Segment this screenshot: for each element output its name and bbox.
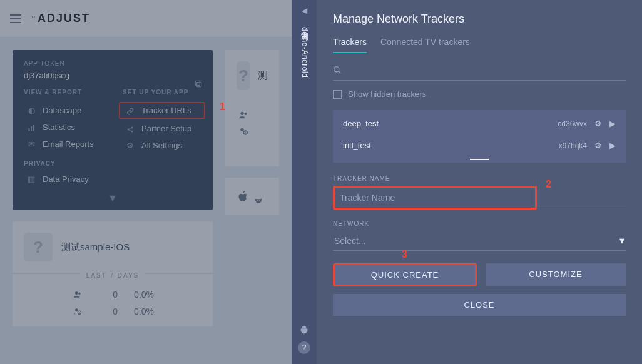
rail-collapse-icon[interactable]: ◀: [302, 6, 307, 15]
mask-icon: [254, 195, 263, 206]
logo: ○ADJUST: [33, 12, 90, 25]
tab-ctv[interactable]: Connected TV trackers: [380, 37, 470, 53]
network-label: NETWORK: [333, 220, 626, 227]
svg-line-21: [339, 71, 341, 74]
view-report-label: VIEW & REPORT: [24, 89, 103, 96]
drag-handle-icon[interactable]: [470, 159, 489, 160]
menu-statistics[interactable]: Statistics: [24, 119, 103, 136]
set-up-label: SET UP YOUR APP: [123, 89, 201, 96]
app-icon: ?: [237, 61, 250, 90]
checkbox-icon: [333, 90, 342, 99]
quick-create-button[interactable]: QUICK CREATE: [333, 263, 477, 286]
search-icon: [333, 64, 342, 74]
hamburger-icon[interactable]: [10, 14, 21, 23]
stat-users: 0: [93, 290, 118, 300]
network-select[interactable]: Select... ▾: [333, 231, 626, 251]
tracker-token: cd36wvx: [547, 119, 587, 128]
main-area: APP TOKEN dj37ati0qscg VIEW & REPORT ◐Da…: [0, 38, 292, 364]
svg-point-18: [257, 200, 258, 200]
ios-app-card[interactable]: ? 测试sample-IOS LAST 7 DAYS 0 0.0%: [13, 221, 213, 326]
cut-app-name: 测: [258, 69, 268, 83]
last7-label: LAST 7 DAYS: [80, 272, 145, 279]
chevron-right-icon[interactable]: ▶: [609, 141, 616, 150]
svg-point-5: [128, 128, 130, 130]
gear-icon: ⚙: [125, 141, 135, 150]
menu-data-privacy[interactable]: ▥Data Privacy: [24, 171, 201, 188]
cut-app-card[interactable]: ? 测 $: [225, 50, 279, 166]
app-name: 测试sample-IOS: [61, 241, 130, 253]
tracker-name: deep_test: [343, 119, 539, 128]
svg-rect-1: [195, 81, 200, 85]
privacy-icon: ▥: [26, 174, 36, 184]
menu-datascape[interactable]: ◐Datascape: [24, 102, 103, 119]
svg-point-15: [240, 128, 243, 131]
chevron-down-icon[interactable]: ▼: [24, 193, 201, 204]
show-hidden-label: Show hidden trackers: [348, 89, 426, 99]
app-panel: APP TOKEN dj37ati0qscg VIEW & REPORT ◐Da…: [13, 50, 213, 210]
app-icon: ?: [24, 233, 53, 261]
customize-button[interactable]: CUSTOMIZE: [486, 263, 626, 286]
tracker-token: x97hqk4: [547, 141, 587, 150]
svg-point-13: [240, 111, 243, 114]
left-pane: ○ADJUST APP TOKEN dj37ati0qscg VIEW & RE…: [0, 0, 292, 364]
menu-email-reports[interactable]: ✉Email Reports: [24, 136, 103, 153]
tracker-list: deep_test cd36wvx ⚙ ▶ intl_test x97hqk4 …: [333, 110, 626, 163]
tracker-name: intl_test: [343, 141, 539, 150]
tracker-name-field-highlight: [333, 186, 537, 210]
svg-rect-2: [29, 128, 30, 131]
rail-app-name: 测试demo-Android: [299, 26, 310, 78]
share-icon: [125, 124, 135, 133]
caret-down-icon: ▾: [619, 235, 624, 246]
search-input[interactable]: [333, 63, 626, 81]
users-icon: [71, 288, 84, 301]
right-body: Manage Network Trackers Trackers Connect…: [317, 0, 642, 364]
network-value: Select...: [334, 236, 619, 246]
tracker-row[interactable]: intl_test x97hqk4 ⚙ ▶: [333, 134, 626, 156]
menu-tracker-urls[interactable]: Tracker URLs: [119, 102, 205, 119]
side-rail: ◀ 测试demo-Android ?: [292, 0, 317, 364]
help-icon[interactable]: ?: [298, 341, 310, 354]
svg-point-10: [75, 309, 78, 312]
svg-point-6: [131, 126, 133, 128]
stat-revenue-pct: 0.0%: [126, 306, 154, 316]
close-button[interactable]: CLOSE: [333, 294, 626, 316]
right-pane: ◀ 测试demo-Android ? Manage Network Tracke…: [292, 0, 642, 364]
svg-point-9: [78, 293, 81, 295]
tracker-name-input[interactable]: [339, 189, 531, 206]
app-token-value: dj37ati0qscg: [24, 71, 201, 80]
statistics-icon: [26, 123, 36, 132]
stat-users-pct: 0.0%: [126, 290, 154, 300]
svg-point-20: [334, 67, 339, 72]
show-hidden-checkbox[interactable]: Show hidden trackers: [333, 89, 626, 99]
chevron-right-icon[interactable]: ▶: [609, 119, 616, 128]
android-icon: [299, 324, 309, 335]
svg-point-19: [259, 200, 260, 200]
gear-icon[interactable]: ⚙: [594, 141, 602, 150]
set-up-col: SET UP YOUR APP Tracker URLs Partner Set…: [123, 89, 201, 154]
svg-point-8: [75, 292, 78, 295]
svg-rect-3: [31, 126, 32, 131]
cut-card-2[interactable]: [225, 178, 279, 215]
svg-point-7: [131, 130, 133, 132]
revenue-icon: $: [71, 305, 84, 318]
app-token-label: APP TOKEN: [24, 60, 201, 67]
privacy-label: PRIVACY: [24, 160, 201, 167]
datascape-icon: ◐: [26, 106, 36, 115]
menu-all-settings[interactable]: ⚙All Settings: [123, 137, 201, 154]
appstore-icon: [237, 190, 250, 203]
tracker-row[interactable]: deep_test cd36wvx ⚙ ▶: [333, 113, 626, 134]
view-report-col: VIEW & REPORT ◐Datascape Statistics ✉Ema…: [24, 89, 103, 154]
copy-icon[interactable]: [194, 78, 203, 89]
panel-title: Manage Network Trackers: [333, 13, 626, 26]
link-icon: [125, 106, 135, 115]
svg-rect-0: [197, 82, 201, 86]
gear-icon[interactable]: ⚙: [594, 119, 602, 128]
stat-revenue: 0: [93, 306, 118, 316]
tab-trackers[interactable]: Trackers: [333, 37, 367, 53]
tracker-name-label: TRACKER NAME: [333, 175, 626, 182]
svg-rect-4: [33, 125, 34, 131]
svg-text:$: $: [245, 131, 247, 134]
annotation-1: 1: [220, 101, 225, 113]
menu-partner-setup[interactable]: Partner Setup: [123, 120, 201, 137]
topbar: ○ADJUST: [0, 0, 292, 38]
